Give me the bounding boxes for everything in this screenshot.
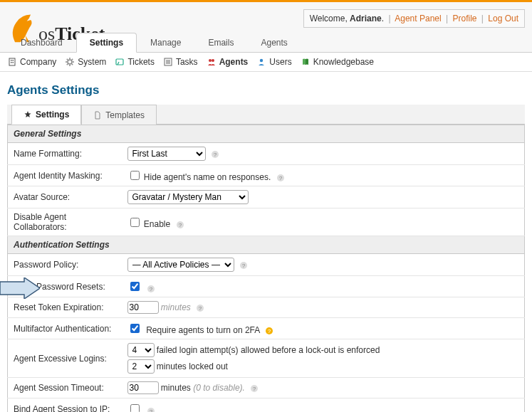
tab-emails[interactable]: Emails [194,33,247,53]
callout-arrow [0,278,40,299]
subnav-company[interactable]: Company [7,57,56,67]
label-collaborators: Disable Agent Collaborators: [8,208,122,236]
svg-text:?: ? [268,328,271,334]
svg-text:?: ? [278,175,282,181]
subnav-users[interactable]: Users [256,57,291,67]
section-general: General Settings [8,125,525,143]
book-icon [301,57,311,67]
label-mfa: Multifactor Authentication: [8,318,122,339]
inner-tabs: Settings Templates [7,105,525,125]
checkbox-mfa[interactable] [130,324,140,333]
select-avatar[interactable]: Gravatar / Mystery Man [127,190,249,204]
star-icon [24,110,32,119]
label-name-formatting: Name Formatting: [8,143,122,165]
checkbox-collaborators[interactable] [130,218,140,227]
svg-text:?: ? [150,286,153,292]
label-excessive: Agent Excessive Logins: [8,339,122,378]
svg-line-13 [67,64,68,65]
svg-line-11 [67,59,68,60]
checkbox-pw-resets[interactable] [130,282,140,291]
header: osTicket Welcome, Adriane. | Agent Panel… [0,0,532,53]
tab-manage[interactable]: Manage [137,33,194,53]
tab-agents[interactable]: Agents [247,33,301,53]
inner-tab-templates[interactable]: Templates [81,105,157,125]
file-icon [93,111,102,120]
svg-rect-3 [13,60,14,61]
checkbox-label-identity: Hide agent's name on responses. [144,172,271,182]
tab-dashboard[interactable]: Dashboard [7,33,76,53]
unit-minutes: minutes [161,302,191,312]
svg-text:?: ? [242,263,246,269]
select-lockout-minutes[interactable]: 2 [127,359,155,374]
timeout-note: (0 to disable). [193,383,245,393]
subnav-tasks[interactable]: Tasks [163,57,198,67]
label-session-timeout: Agent Session Timeout: [8,378,122,398]
help-icon[interactable]: ? [239,260,248,269]
svg-rect-4 [11,62,12,63]
users-icon [207,57,217,67]
attempts-text: failed login attempt(s) allowed before a… [157,345,380,355]
checkbox-bind-ip[interactable] [130,404,140,412]
subnav-system[interactable]: System [65,57,106,67]
list-icon [163,57,173,67]
label-bind-ip: Bind Agent Session to IP: [8,398,122,413]
subnav: Company System Tickets Tasks Agents User… [0,53,532,72]
main-tabs: Dashboard Settings Manage Emails Agents [7,33,301,53]
label-token-exp: Reset Token Expiration: [8,297,122,318]
svg-text:?: ? [199,305,202,312]
unit-minutes-2: minutes [161,383,191,393]
subnav-knowledgebase[interactable]: Knowledgebase [301,57,374,67]
user-icon [256,57,266,67]
input-token-exp[interactable] [127,301,159,314]
svg-text:?: ? [214,152,217,158]
inner-tab-settings[interactable]: Settings [11,105,81,125]
svg-text:?: ? [178,222,182,228]
svg-point-22 [260,59,263,62]
building-icon [7,57,17,67]
svg-point-6 [68,60,72,64]
mfa-text: Require agents to turn on 2FA [146,325,259,335]
subnav-agents[interactable]: Agents [207,57,249,67]
logout-link[interactable]: Log Out [488,14,518,23]
svg-line-14 [72,59,73,60]
label-pw-policy: Password Policy: [8,254,122,276]
svg-rect-1 [9,58,15,65]
welcome-text: Welcome, [310,14,350,23]
profile-link[interactable]: Profile [452,14,476,23]
label-avatar: Avatar Source: [8,186,122,208]
select-name-formatting[interactable]: First Last [127,147,206,161]
checkbox-label-collab: Enable [144,219,170,229]
svg-rect-2 [11,60,12,61]
svg-marker-0 [0,278,40,299]
lockout-text: minutes locked out [157,361,228,371]
select-attempts[interactable]: 4 [127,343,155,357]
svg-point-20 [209,59,212,62]
help-icon[interactable]: ? [147,406,155,412]
user-box: Welcome, Adriane. | Agent Panel | Profil… [303,9,525,28]
help-icon[interactable]: ? [147,284,155,292]
input-session-timeout[interactable] [127,381,159,394]
page-title: Agents Settings [7,83,525,97]
subnav-tickets[interactable]: Tickets [115,57,155,67]
select-pw-policy[interactable]: — All Active Policies — [127,258,234,272]
help-icon[interactable]: ? [250,384,259,392]
gear-icon [65,57,75,67]
ticket-icon [115,57,125,67]
user-name: Adriane [350,14,382,23]
svg-rect-15 [116,59,123,65]
checkbox-identity-masking[interactable] [130,171,140,180]
label-identity-masking: Agent Identity Masking: [8,165,122,186]
svg-rect-5 [13,62,14,63]
tab-settings[interactable]: Settings [76,33,137,53]
help-icon[interactable]: ? [211,149,219,158]
agent-panel-link[interactable]: Agent Panel [395,14,441,23]
svg-text:?: ? [253,386,256,392]
help-icon[interactable]: ? [196,303,204,312]
svg-point-21 [212,59,214,62]
help-icon[interactable]: ? [276,173,285,181]
section-auth: Authentication Settings [8,236,525,254]
svg-text:?: ? [150,408,153,412]
svg-line-12 [72,64,73,65]
help-icon[interactable]: ? [176,220,184,228]
warning-icon[interactable]: ? [265,326,273,334]
